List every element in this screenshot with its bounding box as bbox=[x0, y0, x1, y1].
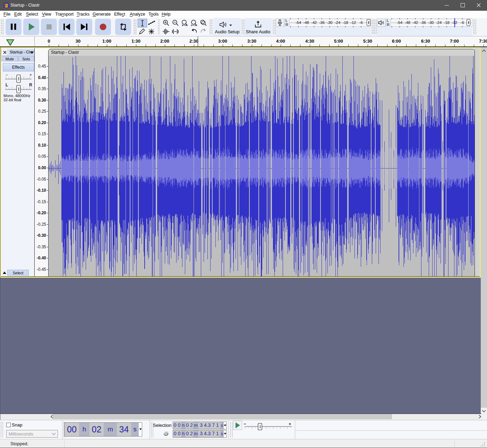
svg-text:-24: -24 bbox=[335, 20, 340, 25]
svg-text:-6: -6 bbox=[461, 20, 464, 25]
svg-text:-36: -36 bbox=[420, 20, 426, 25]
svg-text:-18: -18 bbox=[444, 20, 450, 25]
svg-text:-36: -36 bbox=[319, 20, 325, 25]
svg-text:-54: -54 bbox=[397, 20, 402, 25]
svg-text:-24: -24 bbox=[436, 20, 442, 25]
svg-text:-30: -30 bbox=[428, 20, 434, 25]
svg-text:-42: -42 bbox=[412, 20, 418, 25]
svg-text:-18: -18 bbox=[343, 20, 348, 25]
svg-text:-30: -30 bbox=[327, 20, 333, 25]
svg-text:-48: -48 bbox=[405, 20, 410, 25]
svg-text:-12: -12 bbox=[350, 20, 356, 25]
svg-text:-54: -54 bbox=[296, 20, 301, 25]
svg-text:-6: -6 bbox=[359, 20, 363, 25]
svg-text:-42: -42 bbox=[311, 20, 317, 25]
svg-text:-48: -48 bbox=[304, 20, 309, 25]
